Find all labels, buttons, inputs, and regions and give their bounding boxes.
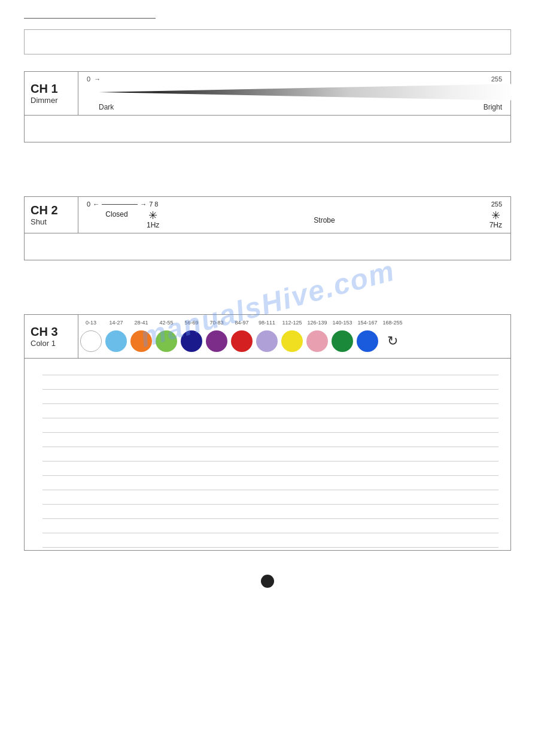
color-cell-12: ↻ <box>380 333 405 349</box>
ch1-scale-255: 255 <box>491 75 502 83</box>
ch1-notes <box>25 116 510 142</box>
ch2-1hz-segment: ✳ 1Hz <box>147 210 159 229</box>
note-line-8 <box>42 462 498 476</box>
ch3-range-7: 98-111 <box>254 320 279 326</box>
ch3-range-9: 126-139 <box>305 320 330 326</box>
color-cell-3 <box>154 330 179 352</box>
color-lavender <box>256 330 278 352</box>
color-rotate-icon: ↻ <box>387 333 398 349</box>
ch3-range-1: 14-27 <box>104 320 129 326</box>
ch2-notes <box>25 233 510 260</box>
ch3-content: 0-13 14-27 28-41 42-55 56-69 70-83 84-97… <box>78 315 510 358</box>
ch2-left-arrow: ← <box>93 201 99 208</box>
ch2-7hz-segment: ✳ 7Hz <box>490 210 502 229</box>
color-light-blue <box>105 330 127 352</box>
ch3-range-3: 42-55 <box>154 320 179 326</box>
note-line-6 <box>42 433 498 447</box>
ch2-scale-mid1: 7 <box>149 201 153 208</box>
note-line-12 <box>42 519 498 533</box>
ch2-scale-0: 0 <box>87 201 90 208</box>
ch2-line-left <box>102 204 138 205</box>
color-dark-blue <box>181 330 202 352</box>
top-divider <box>24 18 156 19</box>
ch2-content: 0 ← → 7 8 255 <box>78 197 510 233</box>
color-cell-4 <box>179 330 204 352</box>
color-cell-8 <box>279 330 305 352</box>
color-yellow <box>281 330 303 352</box>
note-line-1 <box>42 361 498 375</box>
ch1-arrow-line: → <box>94 75 488 83</box>
ch2-number: CH 2 <box>31 204 58 217</box>
ch2-right-arrow: → <box>140 201 147 208</box>
ch1-scale-0: 0 <box>87 75 90 83</box>
color-cell-1 <box>104 330 129 352</box>
ch3-name: Color 1 <box>31 339 56 348</box>
note-line-2 <box>42 375 498 390</box>
ch1-block: CH 1 Dimmer 0 → 255 Dark <box>24 71 511 142</box>
ch2-closed-label: Closed <box>105 210 127 218</box>
ch2-block: CH 2 Shut 0 ← → 7 8 255 <box>24 196 511 260</box>
ch2-name: Shut <box>31 217 47 226</box>
ch3-range-row: 0-13 14-27 28-41 42-55 56-69 70-83 84-97… <box>78 317 510 328</box>
ch2-arrow-row: 0 ← → 7 8 255 <box>87 201 502 208</box>
ch2-label-cell: CH 2 Shut <box>25 197 78 233</box>
color-purple <box>206 330 227 352</box>
ch2-starburst-right: ✳ <box>491 210 500 221</box>
ch1-name: Dimmer <box>31 96 58 105</box>
ch3-notes <box>25 359 510 550</box>
ch3-block: CH 3 Color 1 0-13 14-27 28-41 42-55 56-6… <box>24 314 511 551</box>
ch2-segments-row: Closed ✳ 1Hz Strobe ✳ <box>87 210 502 229</box>
color-cell-11 <box>355 330 380 352</box>
color-pink <box>306 330 328 352</box>
note-line-7 <box>42 447 498 462</box>
color-cell-6 <box>229 330 254 352</box>
color-cell-10 <box>330 330 355 352</box>
note-line-10 <box>42 490 498 505</box>
color-cell-0 <box>78 330 104 352</box>
color-cell-9 <box>305 330 330 352</box>
color-orange <box>130 330 152 352</box>
ch3-label-cell: CH 3 Color 1 <box>25 315 78 358</box>
ch2-7hz-label: 7Hz <box>490 221 502 229</box>
ch3-number: CH 3 <box>31 325 58 339</box>
color-red <box>231 330 253 352</box>
ch3-range-5: 70-83 <box>204 320 229 326</box>
ch1-label-cell: CH 1 Dimmer <box>25 72 78 115</box>
ch3-range-2: 28-41 <box>129 320 154 326</box>
ch1-gradient-bar <box>99 84 514 101</box>
ch3-range-12: 168-255 <box>380 320 405 326</box>
ch3-range-11: 154-167 <box>355 320 380 326</box>
ch1-bright-label: Bright <box>484 103 502 111</box>
ch1-number: CH 1 <box>31 82 58 96</box>
ch1-content: 0 → 255 Dark Bright <box>78 72 510 115</box>
color-green <box>156 330 177 352</box>
ch2-1hz-label: 1Hz <box>147 221 159 229</box>
ch3-range-10: 140-153 <box>330 320 355 326</box>
note-line-13 <box>42 533 498 548</box>
page-dot <box>261 575 274 588</box>
ch3-range-0: 0-13 <box>78 320 104 326</box>
ch2-scale-mid2: 8 <box>154 201 158 208</box>
note-line-5 <box>42 418 498 433</box>
ch2-scale-255: 255 <box>491 201 502 208</box>
note-line-11 <box>42 505 498 519</box>
note-line-3 <box>42 390 498 404</box>
note-line-4 <box>42 404 498 418</box>
ch3-range-8: 112-125 <box>279 320 305 326</box>
ch2-visual: 0 ← → 7 8 255 <box>87 201 502 229</box>
info-box <box>24 29 511 54</box>
color-cell-2 <box>129 330 154 352</box>
ch3-range-6: 84-97 <box>229 320 254 326</box>
ch3-color-row: ↻ <box>78 328 510 356</box>
ch2-strobe-segment: Strobe <box>159 210 489 224</box>
page-number-area <box>24 569 511 602</box>
color-white <box>80 330 102 352</box>
color-cell-7 <box>254 330 279 352</box>
ch1-arrow-right: → <box>94 75 101 83</box>
color-blue <box>357 330 378 352</box>
color-dark-green <box>332 330 353 352</box>
ch2-right-section: 255 <box>162 201 502 208</box>
ch1-dark-label: Dark <box>99 103 114 111</box>
ch2-starburst-left: ✳ <box>148 210 157 221</box>
ch2-closed-segment: Closed <box>87 210 147 218</box>
